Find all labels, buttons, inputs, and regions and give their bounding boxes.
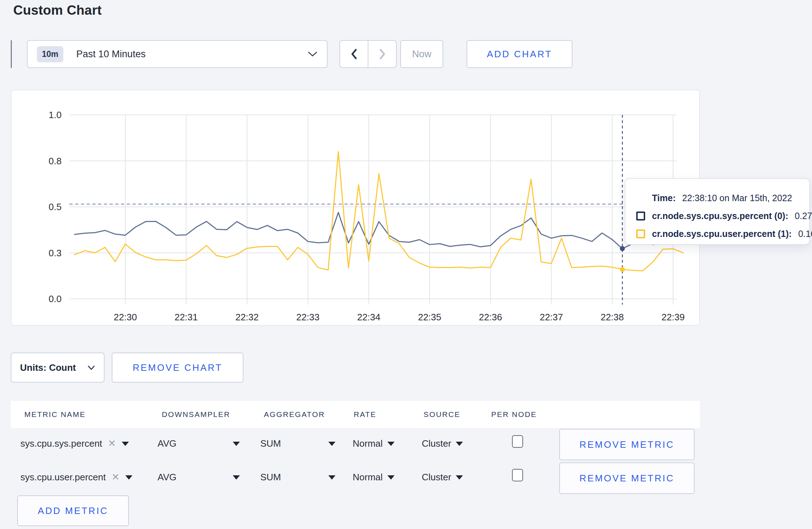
tooltip-series-row: cr.node.sys.cpu.user.percent (1): 0.1601	[636, 225, 798, 243]
aggregator-select[interactable]: SUM	[260, 438, 335, 449]
caret-down-icon	[328, 475, 335, 480]
svg-text:0.8: 0.8	[49, 156, 62, 166]
source-select[interactable]: Cluster	[422, 472, 463, 483]
svg-text:22:37: 22:37	[540, 312, 563, 322]
caret-down-icon	[233, 442, 240, 446]
page-title: Custom Chart	[13, 3, 102, 18]
downsampler-value: AVG	[158, 472, 177, 483]
metric-name-select[interactable]: sys.cpu.sys.percent ✕	[20, 438, 129, 449]
caret-down-icon	[456, 442, 463, 446]
sys-percent-swatch-icon	[636, 212, 645, 220]
svg-text:0.3: 0.3	[49, 248, 62, 258]
tooltip-sys-value: 0.2732	[795, 211, 812, 221]
per-node-checkbox[interactable]	[512, 435, 523, 448]
time-range-select[interactable]: 10m Past 10 Minutes	[27, 40, 328, 68]
metric-row: sys.cpu.sys.percent ✕ AVG SUM Normal Clu…	[11, 429, 700, 461]
svg-text:22:30: 22:30	[113, 312, 137, 322]
chart-card: 0.00.30.50.81.022:3022:3122:3222:3322:34…	[11, 89, 700, 326]
chevron-down-icon	[87, 365, 95, 370]
metric-name: sys.cpu.user.percent	[20, 472, 106, 483]
chevron-left-icon	[351, 49, 358, 59]
source-select[interactable]: Cluster	[422, 438, 463, 449]
metric-name-select[interactable]: sys.cpu.user.percent ✕	[20, 472, 132, 483]
tooltip-time-label: Time:	[652, 193, 676, 203]
aggregator-select[interactable]: SUM	[260, 472, 335, 483]
add-metric-button[interactable]: ADD METRIC	[17, 495, 129, 526]
source-value: Cluster	[422, 472, 451, 483]
remove-metric-button[interactable]: REMOVE METRIC	[559, 429, 695, 460]
caret-down-icon	[122, 442, 129, 446]
col-header-aggregator: AGGREGATOR	[264, 410, 325, 419]
svg-text:22:31: 22:31	[174, 312, 198, 322]
svg-text:22:33: 22:33	[296, 312, 319, 322]
time-forward-button[interactable]	[368, 40, 397, 68]
svg-text:22:38: 22:38	[600, 312, 624, 322]
per-node-checkbox[interactable]	[512, 469, 523, 481]
svg-text:1.0: 1.0	[49, 110, 62, 120]
col-header-source: SOURCE	[424, 410, 460, 419]
remove-tag-icon[interactable]: ✕	[111, 472, 120, 482]
rate-value: Normal	[353, 472, 383, 483]
downsampler-select[interactable]: AVG	[158, 438, 240, 449]
col-header-downsampler: DOWNSAMPLER	[162, 410, 230, 419]
caret-down-icon	[233, 475, 240, 480]
downsampler-select[interactable]: AVG	[158, 472, 240, 483]
col-header-metric-name: METRIC NAME	[24, 410, 86, 419]
chart-tooltip: Time: 22:38:10 on Mar 15th, 2022 cr.node…	[625, 178, 810, 245]
caret-down-icon	[456, 475, 463, 480]
rate-select[interactable]: Normal	[353, 438, 395, 449]
svg-text:0.5: 0.5	[49, 202, 62, 212]
aggregator-value: SUM	[260, 472, 281, 483]
remove-chart-button[interactable]: REMOVE CHART	[112, 353, 243, 383]
now-button[interactable]: Now	[400, 40, 443, 68]
aggregator-value: SUM	[260, 438, 281, 449]
svg-text:22:32: 22:32	[235, 312, 258, 322]
svg-text:0.0: 0.0	[49, 293, 62, 304]
tooltip-time-value: 22:38:10 on Mar 15th, 2022	[682, 193, 792, 203]
metric-name: sys.cpu.sys.percent	[20, 438, 102, 449]
tooltip-user-value: 0.1601	[798, 229, 812, 239]
time-back-button[interactable]	[339, 40, 368, 68]
svg-text:22:34: 22:34	[357, 312, 380, 322]
metrics-table-header: METRIC NAME DOWNSAMPLER AGGREGATOR RATE …	[11, 401, 700, 428]
rate-value: Normal	[353, 438, 383, 449]
tooltip-sys-label: cr.node.sys.cpu.sys.percent (0):	[652, 211, 788, 221]
svg-text:22:39: 22:39	[661, 312, 685, 322]
time-range-label: Past 10 Minutes	[76, 49, 146, 60]
caret-down-icon	[387, 442, 395, 446]
units-label: Units: Count	[20, 362, 76, 373]
time-nav-group	[339, 40, 397, 68]
caret-down-icon	[328, 442, 335, 446]
tooltip-user-label: cr.node.sys.cpu.user.percent (1):	[652, 229, 792, 239]
user-percent-swatch-icon	[636, 229, 645, 238]
svg-text:22:35: 22:35	[418, 312, 441, 322]
downsampler-value: AVG	[158, 438, 177, 449]
cpu-time-series-chart[interactable]: 0.00.30.50.81.022:3022:3122:3222:3322:34…	[11, 90, 701, 326]
chevron-right-icon	[379, 49, 386, 59]
time-range-badge: 10m	[37, 46, 63, 62]
caret-down-icon	[125, 475, 132, 480]
metric-row: sys.cpu.user.percent ✕ AVG SUM Normal Cl…	[11, 462, 700, 495]
remove-tag-icon[interactable]: ✕	[108, 439, 116, 448]
col-header-rate: RATE	[354, 410, 376, 419]
rate-select[interactable]: Normal	[353, 472, 395, 483]
units-select[interactable]: Units: Count	[11, 353, 105, 383]
add-chart-button[interactable]: ADD CHART	[467, 40, 572, 68]
tooltip-time-row: Time: 22:38:10 on Mar 15th, 2022	[636, 189, 798, 207]
svg-text:22:36: 22:36	[479, 312, 502, 322]
source-value: Cluster	[422, 438, 451, 449]
col-header-per-node: PER NODE	[491, 410, 537, 419]
toolbar-left-divider	[11, 40, 12, 68]
caret-down-icon	[387, 475, 395, 480]
remove-metric-button[interactable]: REMOVE METRIC	[559, 462, 695, 494]
tooltip-series-row: cr.node.sys.cpu.sys.percent (0): 0.2732	[636, 207, 798, 225]
custom-chart-page: Custom Chart 10m Past 10 Minutes Now ADD…	[0, 0, 812, 529]
chevron-down-icon	[308, 51, 318, 57]
